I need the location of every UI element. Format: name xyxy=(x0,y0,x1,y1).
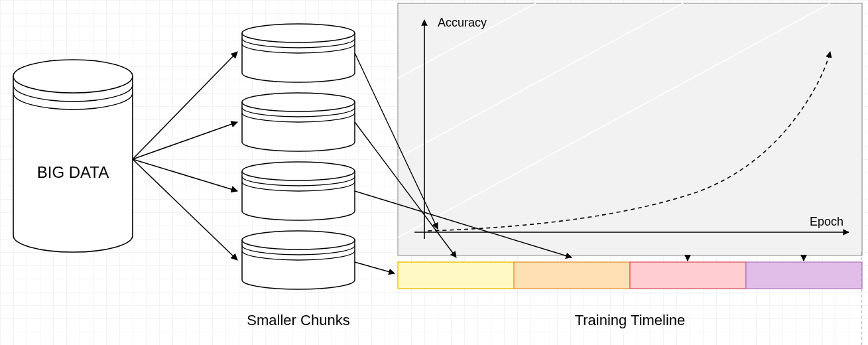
arrow-bigdata-to-chunk-3 xyxy=(133,159,237,191)
arrow-chunk4-to-timeline1 xyxy=(355,262,395,273)
chunk-cylinder-4 xyxy=(242,231,355,289)
arrow-bigdata-to-chunk-1 xyxy=(133,52,237,159)
svg-point-2 xyxy=(242,93,355,111)
big-data-cylinder: BIG DATA xyxy=(13,60,133,252)
x-axis-label: Epoch xyxy=(810,215,843,228)
training-timeline xyxy=(398,262,862,289)
timeline-segment-3 xyxy=(630,262,746,289)
chart-panel: Accuracy Epoch xyxy=(398,3,862,255)
timeline-segment-1 xyxy=(398,262,514,289)
svg-point-0 xyxy=(13,60,133,93)
svg-point-4 xyxy=(242,231,355,249)
timeline-segment-4 xyxy=(746,262,862,289)
svg-rect-5 xyxy=(398,3,862,255)
chunk-cylinder-3 xyxy=(242,162,355,220)
big-data-label: BIG DATA xyxy=(37,163,109,181)
y-axis-label: Accuracy xyxy=(438,16,487,29)
chunk-cylinder-1 xyxy=(242,24,355,82)
chunk-cylinder-2 xyxy=(242,93,355,151)
arrow-bigdata-to-chunk-4 xyxy=(133,159,237,260)
smaller-chunks-label: Smaller Chunks xyxy=(247,312,349,328)
diagram-canvas: BIG DATA A xyxy=(0,0,868,345)
training-timeline-label: Training Timeline xyxy=(575,312,686,328)
timeline-segment-2 xyxy=(514,262,630,289)
svg-point-1 xyxy=(242,24,355,42)
svg-line-13 xyxy=(464,255,572,262)
svg-point-3 xyxy=(242,162,355,180)
arrow-bigdata-to-chunk-2 xyxy=(133,122,237,159)
